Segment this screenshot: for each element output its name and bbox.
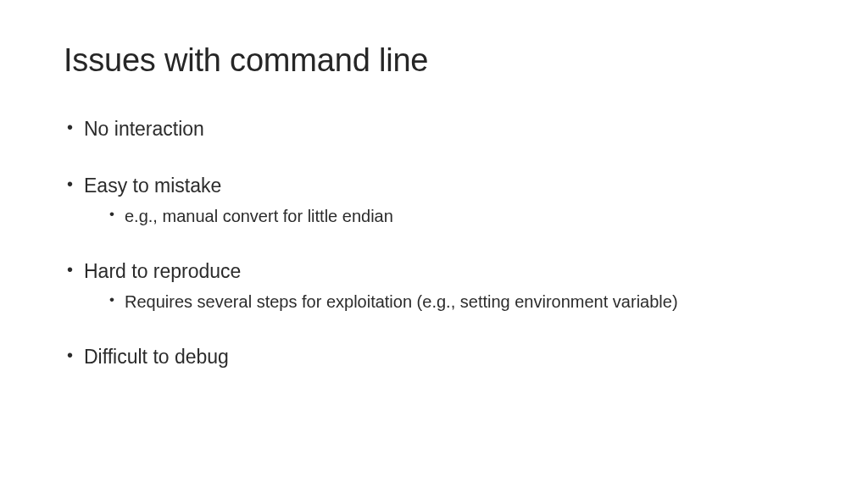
bullet-text: No interaction bbox=[84, 118, 204, 140]
sub-bullet-list: Requires several steps for exploitation … bbox=[84, 290, 804, 313]
list-item: Hard to reproduce Requires several steps… bbox=[64, 258, 804, 313]
bullet-text: Easy to mistake bbox=[84, 175, 221, 197]
list-item: Easy to mistake e.g., manual convert for… bbox=[64, 173, 804, 228]
list-item: Requires several steps for exploitation … bbox=[106, 290, 804, 313]
list-item: e.g., manual convert for little endian bbox=[106, 204, 804, 228]
sub-bullet-list: e.g., manual convert for little endian bbox=[84, 204, 804, 228]
list-item: No interaction bbox=[64, 116, 804, 142]
bullet-text: Hard to reproduce bbox=[84, 260, 241, 282]
sub-bullet-text: e.g., manual convert for little endian bbox=[125, 207, 393, 225]
sub-bullet-text: Requires several steps for exploitation … bbox=[125, 292, 678, 311]
slide-title: Issues with command line bbox=[64, 42, 804, 79]
bullet-list: No interaction Easy to mistake e.g., man… bbox=[64, 116, 804, 370]
bullet-text: Difficult to debug bbox=[84, 346, 229, 368]
list-item: Difficult to debug bbox=[64, 344, 804, 370]
